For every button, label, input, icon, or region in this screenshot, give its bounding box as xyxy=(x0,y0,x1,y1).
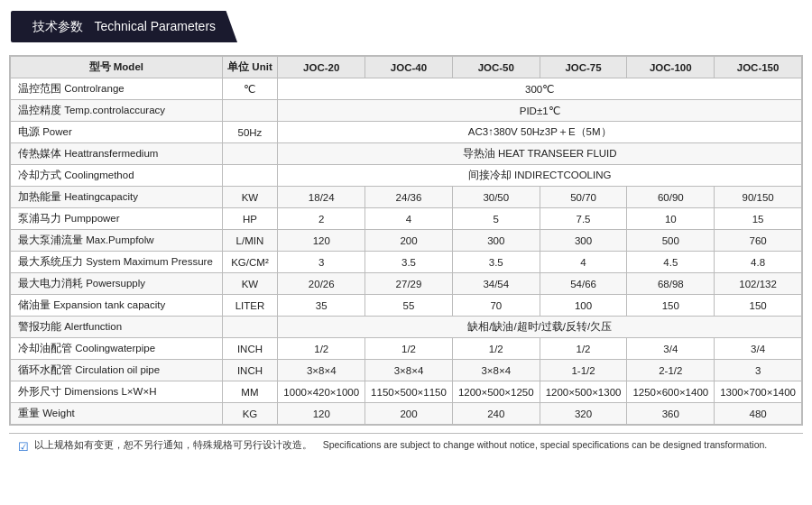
page-header: 技术参数 Technical Parameters xyxy=(11,11,237,42)
row-unit: INCH xyxy=(222,360,278,381)
row-unit: LITER xyxy=(222,295,278,317)
col-joc150: JOC-150 xyxy=(715,57,802,78)
table-row: 冷却方式 Coolingmethod间接冷却 INDIRECTCOOLING xyxy=(11,165,802,187)
row-label: 加热能量 Heatingcapacity xyxy=(11,187,223,208)
row-value: 20/26 xyxy=(278,273,365,295)
row-value: 3×8×4 xyxy=(452,360,540,381)
row-value: 1250×600×1400 xyxy=(627,381,715,403)
col-joc100: JOC-100 xyxy=(627,57,715,78)
row-label: 循环水配管 Circulation oil pipe xyxy=(11,360,223,381)
row-unit: HP xyxy=(222,208,278,230)
row-value: 70 xyxy=(452,295,540,317)
footer-en-text: Specifications are subject to change wit… xyxy=(323,439,768,450)
row-value: 360 xyxy=(627,403,715,425)
table-row: 温控精度 Temp.controlaccuracyPID±1℃ xyxy=(11,100,802,122)
row-value: 3 xyxy=(278,252,365,273)
row-value: 120 xyxy=(278,403,365,425)
table-row: 警报功能 Alertfunction缺相/缺油/超时/过载/反转/欠压 xyxy=(11,317,802,338)
table-row: 重量 WeightKG120200240320360480 xyxy=(11,403,802,425)
table-header-row: 型号 Model 单位 Unit JOC-20 JOC-40 JOC-50 JO… xyxy=(11,57,802,78)
row-merged-value: 间接冷却 INDIRECTCOOLING xyxy=(278,165,802,187)
row-value: 200 xyxy=(365,230,453,252)
row-label: 泵浦马力 Pumppower xyxy=(11,208,223,230)
row-label: 警报功能 Alertfunction xyxy=(11,317,223,338)
table-row: 温控范围 Controlrange℃300℃ xyxy=(11,78,802,100)
row-value: 7.5 xyxy=(540,208,627,230)
row-label: 传热媒体 Heattransfermedium xyxy=(11,143,223,165)
row-value: 15 xyxy=(715,208,802,230)
row-merged-value: PID±1℃ xyxy=(278,100,802,122)
row-merged-value: AC3↑380V 50Hz3P＋E（5M） xyxy=(278,122,802,143)
table-row: 泵浦马力 PumppowerHP2457.51015 xyxy=(11,208,802,230)
row-value: 1/2 xyxy=(540,338,627,360)
table-row: 循环水配管 Circulation oil pipeINCH3×8×43×8×4… xyxy=(11,360,802,381)
row-value: 18/24 xyxy=(278,187,365,208)
row-label: 温控精度 Temp.controlaccuracy xyxy=(11,100,223,122)
row-label: 冷却方式 Coolingmethod xyxy=(11,165,223,187)
row-value: 34/54 xyxy=(452,273,540,295)
table-row: 冷却油配管 CoolingwaterpipeINCH1/21/21/21/23/… xyxy=(11,338,802,360)
row-value: 150 xyxy=(627,295,715,317)
col-joc50: JOC-50 xyxy=(452,57,540,78)
row-value: 150 xyxy=(715,295,802,317)
row-label: 冷却油配管 Coolingwaterpipe xyxy=(11,338,223,360)
table-row: 储油量 Expansion tank capacityLITER35557010… xyxy=(11,295,802,317)
row-value: 1200×500×1300 xyxy=(540,381,627,403)
row-unit: ℃ xyxy=(222,78,278,100)
row-label: 最大系统压力 System Maximum Pressure xyxy=(11,252,223,273)
header-en-title: Technical Parameters xyxy=(94,19,216,33)
row-value: 200 xyxy=(365,403,453,425)
row-value: 3.5 xyxy=(365,252,453,273)
row-unit: KW xyxy=(222,273,278,295)
row-value: 27/29 xyxy=(365,273,453,295)
col-joc40: JOC-40 xyxy=(365,57,453,78)
row-label: 储油量 Expansion tank capacity xyxy=(11,295,223,317)
row-merged-value: 300℃ xyxy=(278,78,802,100)
row-label: 最大泵浦流量 Max.Pumpfolw xyxy=(11,230,223,252)
table-row: 加热能量 HeatingcapacityKW18/2424/3630/5050/… xyxy=(11,187,802,208)
spec-table: 型号 Model 单位 Unit JOC-20 JOC-40 JOC-50 JO… xyxy=(10,56,802,425)
row-value: 90/150 xyxy=(715,187,802,208)
row-value: 68/98 xyxy=(627,273,715,295)
row-value: 3/4 xyxy=(715,338,802,360)
row-unit: KW xyxy=(222,187,278,208)
col-model: 型号 Model xyxy=(11,57,223,78)
table-row: 最大系统压力 System Maximum PressureKG/CM²33.5… xyxy=(11,252,802,273)
row-value: 1300×700×1400 xyxy=(715,381,802,403)
row-unit: INCH xyxy=(222,338,278,360)
row-value: 10 xyxy=(627,208,715,230)
row-label: 温控范围 Controlrange xyxy=(11,78,223,100)
header-cn-title: 技术参数 xyxy=(32,19,83,33)
row-value: 240 xyxy=(452,403,540,425)
row-unit xyxy=(222,317,278,338)
row-unit: MM xyxy=(222,381,278,403)
row-value: 300 xyxy=(540,230,627,252)
row-label: 重量 Weight xyxy=(11,403,223,425)
col-unit: 单位 Unit xyxy=(222,57,278,78)
row-unit xyxy=(222,143,278,165)
row-value: 55 xyxy=(365,295,453,317)
row-value: 3×8×4 xyxy=(365,360,453,381)
row-unit: KG/CM² xyxy=(222,252,278,273)
row-value: 4.8 xyxy=(715,252,802,273)
row-value: 1/2 xyxy=(452,338,540,360)
row-merged-value: 缺相/缺油/超时/过载/反转/欠压 xyxy=(278,317,802,338)
row-value: 1-1/2 xyxy=(540,360,627,381)
table-row: 电源 Power50HzAC3↑380V 50Hz3P＋E（5M） xyxy=(11,122,802,143)
row-unit: KG xyxy=(222,403,278,425)
row-value: 5 xyxy=(452,208,540,230)
row-value: 500 xyxy=(627,230,715,252)
row-value: 2-1/2 xyxy=(627,360,715,381)
row-value: 54/66 xyxy=(540,273,627,295)
row-value: 120 xyxy=(278,230,365,252)
footer-cn-text: 以上规格如有变更，恕不另行通知，特殊规格可另行设计改造。 xyxy=(34,439,312,450)
row-value: 3 xyxy=(715,360,802,381)
row-value: 1200×500×1250 xyxy=(452,381,540,403)
row-value: 3×8×4 xyxy=(278,360,365,381)
row-value: 1/2 xyxy=(278,338,365,360)
spec-table-wrap: 型号 Model 单位 Unit JOC-20 JOC-40 JOC-50 JO… xyxy=(9,55,803,426)
row-value: 2 xyxy=(278,208,365,230)
row-value: 300 xyxy=(452,230,540,252)
row-unit xyxy=(222,100,278,122)
row-label: 电源 Power xyxy=(11,122,223,143)
